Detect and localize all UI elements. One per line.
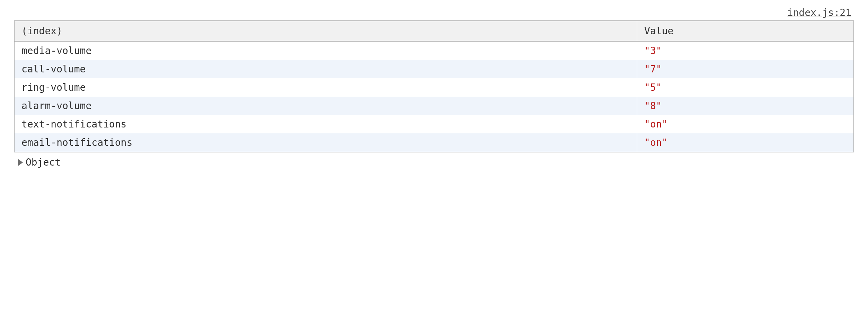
console-table: (index) Value media-volume "3" call-volu… (14, 20, 854, 152)
string-value: "on" (644, 137, 667, 148)
object-expand-toggle[interactable]: Object (14, 154, 854, 171)
table-body: media-volume "3" call-volume "7" ring-vo… (14, 41, 854, 152)
table-row: email-notifications "on" (14, 133, 854, 152)
string-value: "3" (644, 45, 662, 56)
cell-key: media-volume (14, 41, 637, 60)
table-row: media-volume "3" (14, 41, 854, 60)
cell-value: "7" (637, 60, 854, 78)
table-row: ring-volume "5" (14, 78, 854, 97)
console-output: index.js:21 (index) Value media-volume "… (14, 7, 854, 171)
cell-key: text-notifications (14, 115, 637, 133)
cell-value: "5" (637, 78, 854, 97)
cell-value: "on" (637, 133, 854, 152)
string-value: "8" (644, 100, 662, 112)
string-value: "on" (644, 118, 667, 130)
column-header-value[interactable]: Value (637, 21, 854, 41)
source-link-container: index.js:21 (14, 7, 854, 18)
object-label: Object (26, 157, 61, 168)
cell-value: "8" (637, 97, 854, 115)
table-row: alarm-volume "8" (14, 97, 854, 115)
cell-value: "3" (637, 41, 854, 60)
cell-key: call-volume (14, 60, 637, 78)
cell-key: ring-volume (14, 78, 637, 97)
string-value: "7" (644, 63, 662, 75)
cell-key: email-notifications (14, 133, 637, 152)
source-link[interactable]: index.js:21 (787, 7, 851, 18)
column-header-index[interactable]: (index) (14, 21, 637, 41)
expand-triangle-icon (18, 159, 23, 166)
cell-key: alarm-volume (14, 97, 637, 115)
string-value: "5" (644, 82, 662, 93)
table-row: call-volume "7" (14, 60, 854, 78)
cell-value: "on" (637, 115, 854, 133)
table-row: text-notifications "on" (14, 115, 854, 133)
